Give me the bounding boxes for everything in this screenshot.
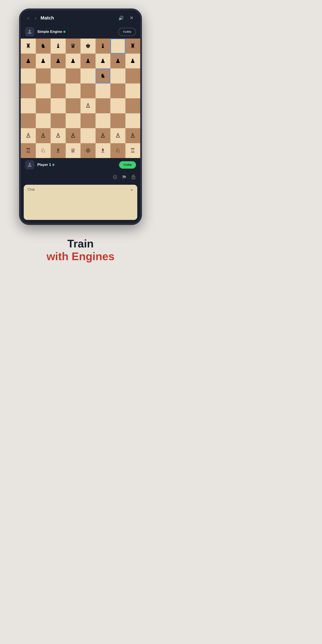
board-cell-0-1[interactable]: ♞ [36, 38, 51, 54]
board-cell-3-1[interactable] [36, 84, 51, 98]
board-cell-3-0[interactable] [21, 84, 36, 98]
board-cell-0-3[interactable]: ♛ [66, 38, 81, 54]
board-cell-5-0[interactable] [21, 113, 36, 128]
board-cell-7-4[interactable]: ♔ [80, 143, 96, 158]
chess-piece: ♞ [40, 43, 46, 49]
board-cell-3-7[interactable] [126, 84, 140, 98]
board-cell-7-7[interactable]: ♖ [126, 143, 140, 158]
board-cell-6-1[interactable]: ♙ [36, 128, 51, 143]
player-turn-button[interactable]: TURN [119, 161, 136, 169]
close-icon[interactable]: ✕ [128, 14, 135, 22]
player-row: Player 1 TURN [21, 158, 140, 172]
player-name: Player 1 [37, 163, 116, 167]
board-cell-0-0[interactable]: ♜ [21, 38, 36, 54]
board-cell-2-1[interactable] [36, 68, 51, 84]
board-cell-0-4[interactable]: ♚ [80, 38, 96, 54]
share-icon[interactable] [131, 174, 136, 181]
chess-piece: ♛ [70, 43, 76, 49]
board-cell-4-0[interactable] [21, 98, 36, 113]
board-cell-2-2[interactable] [51, 68, 66, 84]
board-cell-5-3[interactable] [66, 113, 81, 128]
board-cell-1-5[interactable]: ♟ [96, 54, 110, 69]
board-cell-7-3[interactable]: ♕ [66, 143, 81, 158]
board-cell-1-4[interactable]: ♟ [80, 54, 96, 69]
chess-piece: ♟ [40, 58, 46, 64]
board-cell-0-2[interactable]: ♝ [51, 38, 66, 54]
board-cell-5-4[interactable] [80, 113, 96, 128]
opponent-name: Simple Engine [37, 30, 115, 34]
board-cell-2-6[interactable] [110, 68, 126, 84]
board-cell-0-6[interactable] [110, 38, 126, 54]
board-cell-7-1[interactable]: ♘ [36, 143, 51, 158]
board-cell-7-6[interactable]: ♘ [110, 143, 126, 158]
board-cell-1-3[interactable]: ♟ [66, 54, 81, 69]
flag-icon[interactable] [122, 174, 127, 181]
phone-frame: ‹ › Match 🔊 ✕ Simple Engine TURN ♜♞♝♛♚♝♜… [19, 8, 142, 225]
board-cell-6-2[interactable]: ♙ [51, 128, 66, 143]
board-cell-3-2[interactable] [51, 84, 66, 98]
chess-piece: ♗ [56, 148, 61, 154]
chat-body [24, 194, 137, 220]
board-cell-0-7[interactable]: ♜ [126, 38, 140, 54]
board-cell-2-4[interactable] [80, 68, 96, 84]
board-cell-7-2[interactable]: ♗ [51, 143, 66, 158]
board-cell-6-5[interactable]: ♙ [96, 128, 110, 143]
opponent-online-dot [63, 31, 66, 33]
board-cell-4-4[interactable]: ♙ [80, 98, 96, 113]
board-cell-6-3[interactable]: ♙ [66, 128, 81, 143]
player-online-dot [52, 164, 54, 166]
board-cell-5-5[interactable] [96, 113, 110, 128]
chess-piece: ♞ [100, 73, 106, 79]
promo-line1: Train [4, 238, 157, 250]
board-cell-5-1[interactable] [36, 113, 51, 128]
board-cell-2-5[interactable]: ♞ [96, 68, 110, 84]
board-cell-5-2[interactable] [51, 113, 66, 128]
chess-piece: ♘ [115, 148, 120, 154]
board-cell-6-4[interactable] [80, 128, 96, 143]
board-cell-2-0[interactable] [21, 68, 36, 84]
history-icon[interactable] [112, 174, 117, 181]
board-cell-4-7[interactable] [126, 98, 140, 113]
board-cell-4-2[interactable] [51, 98, 66, 113]
board-cell-1-0[interactable]: ♟ [21, 54, 36, 69]
board-cell-1-2[interactable]: ♟ [51, 54, 66, 69]
chat-label: Chat [28, 188, 35, 192]
forward-icon[interactable]: › [33, 15, 38, 22]
board-cell-4-1[interactable] [36, 98, 51, 113]
board-cell-5-6[interactable] [110, 113, 126, 128]
board-cell-5-7[interactable] [126, 113, 140, 128]
board-cell-1-1[interactable]: ♟ [36, 54, 51, 69]
board-cell-4-3[interactable] [66, 98, 81, 113]
board-cell-2-7[interactable] [126, 68, 140, 84]
board-cell-6-7[interactable]: ♙ [126, 128, 140, 143]
board-cell-0-5[interactable]: ♝ [96, 38, 110, 54]
board-cell-3-5[interactable] [96, 84, 110, 98]
chess-piece: ♙ [85, 103, 91, 109]
board-cell-3-6[interactable] [110, 84, 126, 98]
board-cell-7-5[interactable]: ♗ [96, 143, 110, 158]
chess-piece: ♝ [100, 43, 106, 49]
board-cell-6-6[interactable]: ♙ [110, 128, 126, 143]
chess-piece: ♙ [56, 132, 61, 138]
chess-piece: ♙ [130, 132, 135, 138]
chess-piece: ♕ [70, 148, 76, 154]
board-cell-2-3[interactable] [66, 68, 81, 84]
board-cell-1-7[interactable]: ♟ [126, 54, 140, 69]
board-cell-4-6[interactable] [110, 98, 126, 113]
chess-piece: ♘ [40, 148, 46, 154]
promo-line2: with Engines [4, 250, 157, 263]
chess-piece: ♟ [26, 58, 31, 64]
sound-icon[interactable]: 🔊 [117, 14, 126, 22]
board-cell-7-0[interactable]: ♖ [21, 143, 36, 158]
board-cell-6-0[interactable]: ♙ [21, 128, 36, 143]
board-cell-1-6[interactable]: ♟ [110, 54, 126, 69]
board-cell-3-4[interactable] [80, 84, 96, 98]
back-icon[interactable]: ‹ [26, 15, 31, 22]
action-icons-row [21, 172, 140, 183]
promo-section: Train with Engines [0, 225, 161, 272]
board-cell-3-3[interactable] [66, 84, 81, 98]
opponent-turn-button[interactable]: TURN [118, 28, 136, 36]
chat-header[interactable]: Chat ▲ [24, 185, 137, 194]
chess-piece: ♟ [85, 58, 91, 64]
board-cell-4-5[interactable] [96, 98, 110, 113]
